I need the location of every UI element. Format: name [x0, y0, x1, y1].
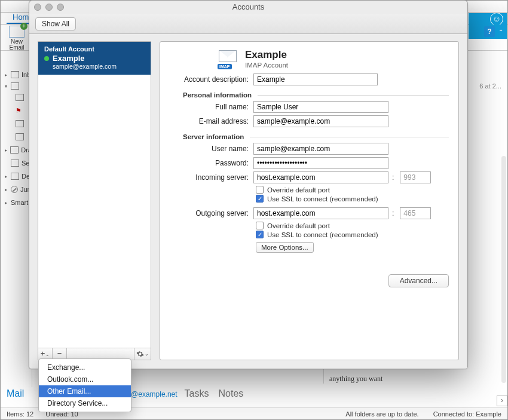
nav-mail[interactable]: Mail [7, 388, 24, 399]
gear-icon [136, 350, 144, 358]
checkbox-label: Override default port [267, 186, 330, 194]
status-items: Items: 12 [7, 410, 33, 418]
label-incoming: Incoming server: [167, 173, 249, 182]
scrollbar[interactable] [501, 156, 506, 383]
account-list-empty [38, 75, 151, 348]
accounts-titlebar[interactable]: Accounts [29, 1, 467, 14]
incoming-server-field[interactable] [253, 171, 388, 183]
label-outgoing: Outgoing server: [167, 209, 249, 217]
port-separator: : [392, 173, 394, 182]
scroll-right-icon[interactable]: › [497, 396, 507, 406]
password-field[interactable] [253, 157, 388, 169]
account-list-item[interactable]: Default Account Example sample@example.c… [38, 42, 151, 75]
imap-badge: IMAP [218, 64, 232, 69]
outgoing-ssl-checkbox[interactable]: ✓ [256, 231, 264, 238]
menu-item-directory[interactable]: Directory Service... [39, 397, 131, 409]
junk-icon [11, 186, 18, 193]
status-connected: Connected to: Example [433, 410, 501, 418]
chevron-down-icon: ⌄ [45, 352, 50, 357]
show-all-button[interactable]: Show All [35, 17, 76, 30]
incoming-ssl-checkbox[interactable]: ✓ [256, 195, 264, 203]
username-field[interactable] [253, 143, 388, 155]
account-list-footer: +⌄ − ⌄ [38, 348, 151, 360]
default-account-label: Default Account [44, 45, 145, 53]
incoming-port-field [400, 171, 431, 183]
folder-icon [16, 120, 24, 127]
port-separator: : [392, 209, 394, 217]
label-description: Account description: [167, 75, 249, 84]
imap-account-icon: IMAP [218, 50, 239, 68]
more-options-button[interactable]: More Options... [256, 242, 314, 253]
peek-bottom-line: anything you want [329, 375, 382, 384]
chevron-down-icon: ⌄ [145, 351, 149, 357]
sidebar-inbox[interactable]: ▸Inb [4, 68, 32, 81]
menu-item-exchange[interactable]: Exchange... [39, 361, 131, 373]
account-email: sample@example.com [53, 63, 145, 70]
sidebar-junk[interactable]: ▸Jun [4, 183, 32, 196]
feedback-smile-icon[interactable]: ☺ [490, 13, 503, 26]
drafts-icon [10, 146, 19, 154]
collapse-ribbon-icon[interactable]: ⌃ [498, 29, 503, 35]
incoming-override-port-checkbox[interactable] [256, 186, 264, 194]
checkbox-label: Override default port [267, 222, 330, 229]
sidebar-drafts[interactable]: ▸Dra [4, 143, 32, 157]
nav-tasks[interactable]: Tasks [185, 388, 209, 399]
accounts-body: Default Account Example sample@example.c… [38, 41, 459, 360]
zoom-icon[interactable] [57, 4, 64, 11]
account-description-field[interactable] [253, 73, 378, 85]
folder-icon [11, 82, 19, 90]
close-icon[interactable] [34, 4, 41, 11]
help-icon[interactable]: ? [484, 26, 495, 37]
label-username: User name: [167, 145, 249, 153]
inbox-icon [11, 71, 19, 78]
detail-account-name: Example [245, 49, 288, 61]
label-fullname: Full name: [167, 103, 249, 111]
trash-icon [11, 173, 19, 180]
full-name-field[interactable] [253, 101, 388, 113]
sidebar-label: Smart [11, 199, 28, 206]
new-email-button[interactable]: New Email [1, 24, 30, 50]
sidebar-smart[interactable]: ▸Smart [4, 196, 32, 209]
accounts-title: Accounts [64, 2, 433, 11]
new-email-icon [9, 26, 25, 38]
folder-icon [16, 94, 24, 101]
ribbon-right-tools: ☺ [469, 13, 507, 24]
add-account-menu: Exchange... Outlook.com... Other Email..… [38, 358, 131, 412]
outgoing-server-field[interactable] [253, 207, 388, 219]
menu-item-outlook[interactable]: Outlook.com... [39, 373, 131, 385]
window-controls[interactable] [34, 4, 64, 11]
checkbox-label: Use SSL to connect (recommended) [267, 195, 378, 203]
outgoing-override-port-checkbox[interactable] [256, 222, 264, 229]
email-address-field[interactable] [253, 115, 388, 127]
account-list: Default Account Example sample@example.c… [38, 41, 151, 360]
status-sync: All folders are up to date. [345, 410, 418, 418]
outgoing-port-field [400, 207, 431, 219]
account-name: Example [53, 54, 84, 63]
account-actions-button[interactable]: ⌄ [134, 348, 151, 360]
label-password: Password: [167, 159, 249, 167]
ribbon-right-tools-row2: ? ⌃ [469, 24, 507, 39]
plus-icon: + [41, 349, 45, 358]
label-email: E-mail address: [167, 117, 249, 125]
checkbox-label: Use SSL to connect (recommended) [267, 231, 378, 238]
flag-icon: ⚑ [16, 107, 22, 115]
section-server: Server information [183, 133, 244, 140]
nav-notes[interactable]: Notes [219, 388, 244, 399]
sidebar-deleted[interactable]: ▸Del [4, 170, 32, 183]
minimize-icon[interactable] [45, 4, 53, 11]
accounts-toolbar: Show All [29, 14, 467, 34]
outlook-folder-sidebar: ▸Inb ▾ ⚑ ▸Dra Se ▸Del ▸Jun ▸Smart [1, 66, 32, 387]
status-dot-icon [44, 56, 49, 61]
detail-account-type: IMAP Account [245, 62, 288, 69]
new-email-label: New Email [5, 39, 28, 51]
accounts-window: Accounts Show All Default Account Exampl… [29, 0, 468, 369]
section-personal: Personal information [183, 91, 252, 99]
folder-icon [16, 133, 24, 140]
sidebar-sent[interactable]: Se [4, 157, 32, 170]
menu-item-other-email[interactable]: Other Email... [39, 385, 131, 397]
sent-icon [11, 160, 19, 167]
advanced-button[interactable]: Advanced... [388, 274, 449, 287]
account-detail: IMAP Example IMAP Account Account descri… [160, 41, 459, 360]
